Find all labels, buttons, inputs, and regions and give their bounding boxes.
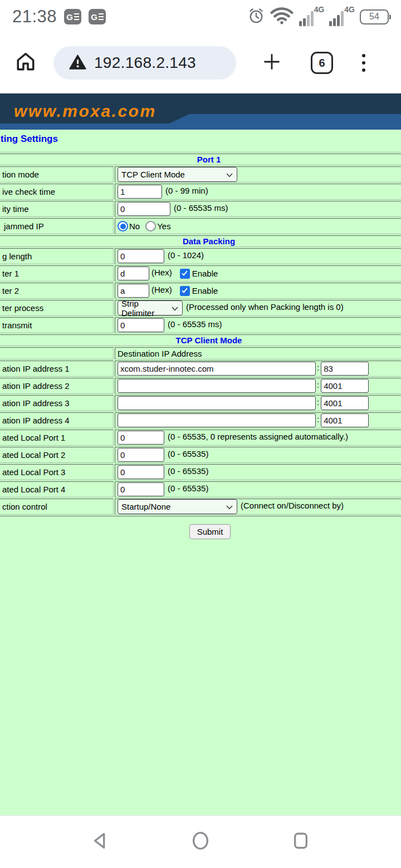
radio-label: No xyxy=(129,221,140,231)
row-value: (0 - 65535) xyxy=(115,481,401,497)
chevron-down-icon xyxy=(226,502,233,511)
enable-checkbox-checked[interactable] xyxy=(180,286,190,296)
port-input[interactable] xyxy=(321,362,369,376)
g-news-icon: G xyxy=(89,9,106,24)
number-input[interactable] xyxy=(118,318,164,332)
dropdown-select[interactable]: TCP Client Mode xyxy=(118,167,237,182)
section-header: Data Packing xyxy=(0,235,401,247)
row-value: (0 - 65535 ms) xyxy=(115,317,401,333)
number-input[interactable] xyxy=(118,482,164,496)
row-label: ive check time xyxy=(0,184,114,200)
dropdown-select[interactable]: Strip Delimiter xyxy=(118,300,183,315)
warning-triangle-icon[interactable] xyxy=(69,54,86,72)
network-type-label: 4G xyxy=(344,5,355,14)
number-input[interactable] xyxy=(118,465,164,479)
table-row: ation IP address 3: xyxy=(0,395,401,411)
hex-input[interactable] xyxy=(118,267,149,280)
home-icon[interactable] xyxy=(13,50,38,76)
row-label: ation IP address 2 xyxy=(0,378,114,394)
number-input[interactable] xyxy=(118,185,162,199)
port-separator: : xyxy=(317,380,319,389)
table-row: ated Local Port 3(0 - 65535) xyxy=(0,464,401,480)
table-row: ation IP address 2: xyxy=(0,378,401,394)
row-label: ated Local Port 2 xyxy=(0,447,114,463)
row-label: ter 2 xyxy=(0,283,114,299)
table-row: ter 2(Hex)Enable xyxy=(0,283,401,299)
back-triangle-icon[interactable] xyxy=(91,831,110,852)
hint-text: (0 - 65535) xyxy=(168,466,208,476)
dropdown-select[interactable]: Startup/None xyxy=(118,499,237,514)
section-header-text: Data Packing xyxy=(183,236,235,246)
port-input[interactable] xyxy=(321,413,369,427)
table-row: ated Local Port 1(0 - 65535, 0 represent… xyxy=(0,430,401,446)
ip-address-input[interactable] xyxy=(118,396,316,410)
row-label: ation IP address 1 xyxy=(0,361,114,377)
row-value: (Hex)Enable xyxy=(115,265,401,282)
table-row: ter 1(Hex)Enable xyxy=(0,265,401,282)
number-input[interactable] xyxy=(118,431,164,445)
row-value: TCP Client Mode xyxy=(115,166,401,183)
hint-text: (0 - 99 min) xyxy=(165,186,208,195)
row-value: NoYes xyxy=(115,218,401,234)
selected-option: Startup/None xyxy=(121,502,170,511)
tab-counter-button[interactable]: 6 xyxy=(311,52,333,74)
number-input[interactable] xyxy=(118,202,170,216)
section-header: TCP Client Mode xyxy=(0,334,401,346)
ip-address-input[interactable] xyxy=(118,413,316,427)
status-bar: 21:38 G G 4G 4G 54 xyxy=(0,0,401,33)
kebab-menu-icon[interactable] xyxy=(362,54,365,72)
row-value: (0 - 65535 ms) xyxy=(115,201,401,217)
number-input[interactable] xyxy=(118,249,164,263)
check-icon xyxy=(182,270,187,276)
battery-icon: 54 xyxy=(360,9,389,24)
tab-count: 6 xyxy=(319,57,325,70)
row-label: ated Local Port 4 xyxy=(0,481,114,497)
home-circle-icon[interactable] xyxy=(191,831,210,852)
table-row: jammed IPNoYes xyxy=(0,218,401,234)
row-label: tion mode xyxy=(0,166,114,183)
hex-unit-label: (Hex) xyxy=(151,285,172,294)
radio-yes[interactable] xyxy=(145,221,156,231)
row-label: ter process xyxy=(0,300,114,316)
row-label: ated Local Port 3 xyxy=(0,464,114,480)
row-label: g length xyxy=(0,248,114,264)
port-input[interactable] xyxy=(321,379,369,393)
row-label: jammed IP xyxy=(0,218,114,234)
table-row: Port 1 xyxy=(0,154,401,165)
moxa-brand-text: www.moxa.com xyxy=(14,102,157,121)
row-value: (0 - 65535) xyxy=(115,447,401,463)
url-text[interactable]: 192.168.2.143 xyxy=(94,54,196,72)
port-separator: : xyxy=(317,363,319,372)
row-value: : xyxy=(115,378,401,394)
section-header-text: Port 1 xyxy=(197,155,221,164)
new-tab-plus-icon[interactable] xyxy=(261,51,283,75)
section-header: Port 1 xyxy=(0,154,401,165)
table-row: ation IP address 1: xyxy=(0,361,401,377)
recents-square-icon[interactable] xyxy=(291,831,310,852)
row-value: : xyxy=(115,412,401,428)
ip-address-input[interactable] xyxy=(118,379,316,393)
radio-no-selected[interactable] xyxy=(118,221,128,231)
row-label: ation IP address 3 xyxy=(0,395,114,411)
table-row: ction controlStartup/None(Connect on/Dis… xyxy=(0,499,401,515)
address-bar[interactable]: 192.168.2.143 xyxy=(53,46,236,80)
selected-option: TCP Client Mode xyxy=(121,170,185,179)
number-input[interactable] xyxy=(118,448,164,462)
settings-table: Port 1tion modeTCP Client Modeive check … xyxy=(0,152,401,516)
enable-checkbox-checked[interactable] xyxy=(180,269,190,279)
table-row: ive check time(0 - 99 min) xyxy=(0,184,401,200)
table-row: transmit(0 - 65535 ms) xyxy=(0,317,401,333)
wifi-icon xyxy=(270,6,294,27)
hint-text: (0 - 65535 ms) xyxy=(168,319,222,329)
table-row: ter processStrip Delimiter(Processed onl… xyxy=(0,300,401,316)
hint-text: (0 - 65535, 0 represents assigned automa… xyxy=(168,432,348,441)
row-value: (0 - 65535, 0 represents assigned automa… xyxy=(115,430,401,446)
row-label: ation IP address 4 xyxy=(0,412,114,428)
port-separator: : xyxy=(317,415,319,424)
submit-button[interactable]: Submit xyxy=(189,524,231,539)
row-value: (0 - 99 min) xyxy=(115,184,401,200)
port-input[interactable] xyxy=(321,396,369,410)
hex-input[interactable] xyxy=(118,284,149,298)
ip-address-input[interactable] xyxy=(118,362,316,376)
radio-label: Yes xyxy=(157,221,170,231)
